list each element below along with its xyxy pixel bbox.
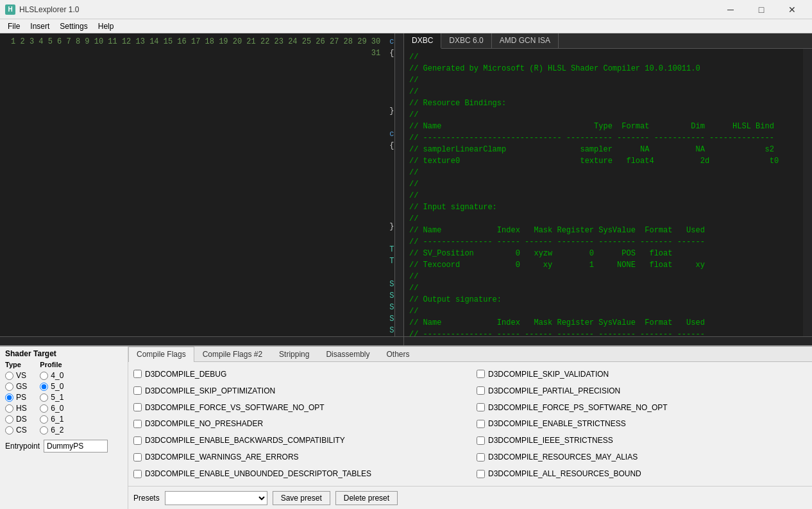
tab-compile-flags-2[interactable]: Compile Flags #2 [194,347,271,361]
flag-unbounded-descriptor[interactable]: D3DCOMPILE_ENABLE_UNBOUNDED_DESCRIPTOR_T… [133,467,464,481]
dxbc-tabs: DXBC DXBC 6.0 AMD GCN ISA [404,33,812,49]
profile-radio-group: 4_0 5_0 5_1 6_0 6_1 6_2 [40,371,63,435]
dxbc-hscroll[interactable] [404,336,812,345]
entrypoint-row: Entrypoint [5,440,123,453]
compile-flags-tabs: Compile Flags Compile Flags #2 Stripping… [128,347,812,362]
type-gs[interactable]: GS [5,382,27,391]
flag-force-ps[interactable]: D3DCOMPILE_FORCE_PS_SOFTWARE_NO_OPT [477,401,807,415]
save-preset-button[interactable]: Save preset [273,491,330,505]
flag-no-preshader-checkbox[interactable] [133,420,142,428]
dxbc-content[interactable]: // // Generated by Microsoft (R) HLSL Sh… [404,49,803,336]
flag-enable-strictness[interactable]: D3DCOMPILE_ENABLE_STRICTNESS [477,417,807,431]
type-cs[interactable]: CS [5,426,27,435]
compile-flags-content: D3DCOMPILE_DEBUG D3DCOMPILE_SKIP_VALIDAT… [128,362,812,486]
flag-resources-may-alias-checkbox[interactable] [477,453,485,462]
flag-force-ps-checkbox[interactable] [477,403,485,411]
profile-62[interactable]: 6_2 [40,426,63,435]
profile-label: Profile [40,361,63,368]
flag-no-preshader[interactable]: D3DCOMPILE_NO_PRESHADER [133,417,464,431]
tab-compile-flags[interactable]: Compile Flags [128,347,194,362]
shader-target-cols: Type VS GS PS HS DS CS Profile [5,361,123,435]
flag-ieee-strictness[interactable]: D3DCOMPILE_IEEE_STRICTNESS [477,433,807,447]
flag-all-resources-bound-checkbox[interactable] [477,470,485,478]
profile-50[interactable]: 5_0 [40,382,63,391]
dxbc-panel: DXBC DXBC 6.0 AMD GCN ISA // // Generate… [404,33,812,345]
profile-col: Profile 4_0 5_0 5_1 6_0 6_1 6_2 [40,361,63,435]
flag-force-vs[interactable]: D3DCOMPILE_FORCE_VS_SOFTWARE_NO_OPT [133,401,464,415]
code-hscroll[interactable] [0,336,403,345]
flag-skip-validation-checkbox[interactable] [477,370,485,378]
tab-dxbc-6[interactable]: DXBC 6.0 [441,33,491,48]
flag-skip-optimization[interactable]: D3DCOMPILE_SKIP_OPTIMIZATION [133,384,464,398]
tab-disassembly[interactable]: Disassembly [317,347,378,361]
type-radio-group: VS GS PS HS DS CS [5,371,27,435]
code-editor: 1 2 3 4 5 6 7 8 9 10 11 12 13 14 15 16 1… [0,33,404,345]
type-vs-radio[interactable] [5,372,13,380]
flag-backwards-compat-checkbox[interactable] [133,436,142,445]
entrypoint-label: Entrypoint [5,442,40,451]
bottom-panel: Shader Target Type VS GS PS HS DS CS [0,345,812,509]
minimize-button[interactable]: ─ [716,0,745,19]
profile-60[interactable]: 6_0 [40,404,63,413]
flag-unbounded-descriptor-checkbox[interactable] [133,470,142,478]
profile-60-radio[interactable] [40,404,48,413]
dxbc-flex: // // Generated by Microsoft (R) HLSL Sh… [404,49,812,336]
flag-partial-precision[interactable]: D3DCOMPILE_PARTIAL_PRECISION [477,384,807,398]
tab-stripping[interactable]: Stripping [271,347,317,361]
flag-all-resources-bound[interactable]: D3DCOMPILE_ALL_RESOURCES_BOUND [477,467,807,481]
menu-settings[interactable]: Settings [55,21,92,32]
profile-61-radio[interactable] [40,415,48,424]
type-vs[interactable]: VS [5,371,27,380]
presets-select[interactable] [165,491,267,505]
compile-flags-panel: Compile Flags Compile Flags #2 Stripping… [128,347,812,509]
delete-preset-button[interactable]: Delete preset [335,491,398,505]
entrypoint-input[interactable] [44,440,108,453]
flag-skip-validation[interactable]: D3DCOMPILE_SKIP_VALIDATION [477,367,807,381]
flag-skip-optimization-checkbox[interactable] [133,386,142,395]
presets-bar: Presets Save preset Delete preset [128,486,812,509]
flag-resources-may-alias[interactable]: D3DCOMPILE_RESOURCES_MAY_ALIAS [477,450,807,464]
code-text[interactable]: cbuffer cbPerFrame : register (b0) { flo… [384,33,394,336]
app-icon: H [5,4,15,15]
flag-warnings-errors[interactable]: D3DCOMPILE_WARNINGS_ARE_ERRORS [133,450,464,464]
profile-51-radio[interactable] [40,393,48,402]
tab-amd-gcn[interactable]: AMD GCN ISA [492,33,559,48]
type-hs[interactable]: HS [5,404,27,413]
type-cs-radio[interactable] [5,426,13,435]
profile-61[interactable]: 6_1 [40,415,63,424]
flag-enable-strictness-checkbox[interactable] [477,420,485,428]
titlebar: H HLSLexplorer 1.0 ─ □ ✕ [0,0,812,19]
menu-insert[interactable]: Insert [25,21,55,32]
menu-file[interactable]: File [3,21,25,32]
titlebar-controls: ─ □ ✕ [716,0,807,19]
flag-debug-checkbox[interactable] [133,370,142,378]
flag-warnings-errors-checkbox[interactable] [133,453,142,462]
close-button[interactable]: ✕ [777,0,807,19]
tab-others[interactable]: Others [378,347,418,361]
flag-ieee-strictness-checkbox[interactable] [477,436,485,445]
profile-50-radio[interactable] [40,383,48,391]
flag-backwards-compat[interactable]: D3DCOMPILE_ENABLE_BACKWARDS_COMPATIBILIT… [133,433,464,447]
flag-debug[interactable]: D3DCOMPILE_DEBUG [133,367,464,381]
type-ds-radio[interactable] [5,415,13,424]
type-ds[interactable]: DS [5,415,27,424]
profile-40-radio[interactable] [40,372,48,380]
profile-51[interactable]: 5_1 [40,393,63,402]
presets-label: Presets [133,494,160,503]
type-ps-radio[interactable] [5,393,13,402]
type-ps[interactable]: PS [5,393,27,402]
menu-help[interactable]: Help [93,21,119,32]
dxbc-vscroll[interactable] [803,49,812,336]
code-content: 1 2 3 4 5 6 7 8 9 10 11 12 13 14 15 16 1… [0,33,403,336]
profile-40[interactable]: 4_0 [40,371,63,380]
type-gs-radio[interactable] [5,383,13,391]
tab-dxbc[interactable]: DXBC [404,33,441,49]
titlebar-left: H HLSLexplorer 1.0 [5,4,79,15]
flag-partial-precision-checkbox[interactable] [477,386,485,395]
code-vscroll[interactable] [394,33,403,336]
profile-62-radio[interactable] [40,426,48,435]
flag-force-vs-checkbox[interactable] [133,403,142,411]
type-col: Type VS GS PS HS DS CS [5,361,27,435]
maximize-button[interactable]: □ [747,0,776,19]
type-hs-radio[interactable] [5,404,13,413]
